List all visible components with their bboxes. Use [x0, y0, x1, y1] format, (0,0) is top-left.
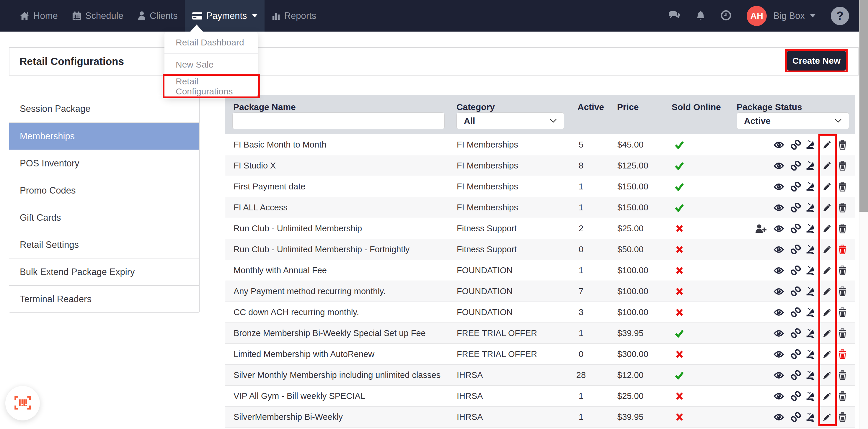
edit-pencil-icon[interactable]	[821, 365, 833, 386]
delete-trash-icon[interactable]	[836, 260, 848, 281]
copy-link-icon[interactable]	[789, 302, 802, 323]
print-label-icon[interactable]	[804, 134, 816, 155]
delete-trash-icon[interactable]	[836, 365, 848, 386]
sidebar-item-pos-inventory[interactable]: POS Inventory	[9, 150, 199, 177]
create-new-button[interactable]: Create New	[787, 51, 846, 70]
bell-icon[interactable]	[696, 10, 705, 22]
scrollbar-thumb[interactable]	[860, 0, 868, 212]
copy-link-icon[interactable]	[789, 365, 802, 386]
print-label-icon[interactable]	[804, 260, 816, 281]
print-label-icon[interactable]	[804, 197, 816, 218]
copy-link-icon[interactable]	[789, 197, 802, 218]
copy-link-icon[interactable]	[789, 260, 802, 281]
nav-item-reports[interactable]: Reports	[265, 0, 323, 32]
view-icon[interactable]	[773, 323, 785, 344]
copy-link-icon[interactable]	[789, 176, 802, 197]
view-icon[interactable]	[773, 344, 785, 365]
edit-pencil-icon[interactable]	[821, 218, 833, 239]
delete-trash-icon[interactable]	[836, 155, 848, 176]
delete-trash-icon[interactable]	[836, 176, 848, 197]
sidebar-item-memberships[interactable]: Memberships	[9, 123, 199, 150]
copy-link-icon[interactable]	[789, 134, 802, 155]
edit-pencil-icon[interactable]	[821, 281, 833, 302]
menu-item-retail-dashboard[interactable]: Retail Dashboard	[164, 32, 258, 54]
edit-pencil-icon[interactable]	[821, 323, 833, 344]
print-label-icon[interactable]	[804, 406, 816, 428]
print-label-icon[interactable]	[804, 176, 816, 197]
sidebar-item-session-package[interactable]: Session Package	[9, 95, 199, 123]
nav-item-home[interactable]: Home	[12, 0, 65, 32]
edit-pencil-icon[interactable]	[821, 406, 833, 428]
print-label-icon[interactable]	[804, 239, 816, 260]
delete-trash-icon[interactable]	[836, 344, 848, 365]
category-select[interactable]: All	[457, 112, 564, 129]
view-icon[interactable]	[773, 197, 785, 218]
view-icon[interactable]	[773, 218, 785, 239]
menu-item-retail-configurations[interactable]: Retail Configurations	[164, 75, 258, 97]
clock-icon[interactable]	[721, 10, 731, 22]
edit-pencil-icon[interactable]	[821, 197, 833, 218]
print-label-icon[interactable]	[804, 365, 816, 386]
add-user-icon[interactable]	[755, 218, 767, 239]
delete-trash-icon[interactable]	[836, 302, 848, 323]
copy-link-icon[interactable]	[789, 281, 802, 302]
edit-pencil-icon[interactable]	[821, 155, 833, 176]
view-icon[interactable]	[773, 406, 785, 428]
view-icon[interactable]	[773, 239, 785, 260]
nav-item-clients[interactable]: Clients	[130, 0, 185, 32]
delete-trash-icon[interactable]	[836, 386, 848, 406]
delete-trash-icon[interactable]	[836, 239, 848, 260]
view-icon[interactable]	[773, 365, 785, 386]
edit-pencil-icon[interactable]	[821, 386, 833, 406]
copy-link-icon[interactable]	[789, 218, 802, 239]
help-icon[interactable]: ?	[831, 7, 849, 25]
delete-trash-icon[interactable]	[836, 323, 848, 344]
sidebar-item-gift-cards[interactable]: Gift Cards	[9, 204, 199, 231]
print-label-icon[interactable]	[804, 218, 816, 239]
barcode-scan-button[interactable]	[5, 386, 40, 421]
view-icon[interactable]	[773, 281, 785, 302]
print-label-icon[interactable]	[804, 344, 816, 365]
edit-pencil-icon[interactable]	[821, 134, 833, 155]
print-label-icon[interactable]	[804, 155, 816, 176]
copy-link-icon[interactable]	[789, 155, 802, 176]
view-icon[interactable]	[773, 260, 785, 281]
delete-trash-icon[interactable]	[836, 134, 848, 155]
copy-link-icon[interactable]	[789, 386, 802, 406]
chat-icon[interactable]	[668, 10, 681, 22]
delete-trash-icon[interactable]	[836, 218, 848, 239]
sold-online-check-icon	[668, 197, 690, 218]
copy-link-icon[interactable]	[789, 406, 802, 428]
edit-pencil-icon[interactable]	[821, 176, 833, 197]
sidebar-item-bulk-extend-package-expiry[interactable]: Bulk Extend Package Expiry	[9, 258, 199, 285]
delete-trash-icon[interactable]	[836, 197, 848, 218]
print-label-icon[interactable]	[804, 302, 816, 323]
sidebar-item-promo-codes[interactable]: Promo Codes	[9, 177, 199, 204]
sidebar-item-terminal-readers[interactable]: Terminal Readers	[9, 285, 199, 312]
page-title: Retail Configurations	[20, 56, 124, 67]
edit-pencil-icon[interactable]	[821, 302, 833, 323]
view-icon[interactable]	[773, 302, 785, 323]
copy-link-icon[interactable]	[789, 239, 802, 260]
view-icon[interactable]	[773, 176, 785, 197]
sidebar-item-retail-settings[interactable]: Retail Settings	[9, 231, 199, 258]
package-status-select[interactable]: Active	[737, 112, 849, 129]
copy-link-icon[interactable]	[789, 323, 802, 344]
edit-pencil-icon[interactable]	[821, 239, 833, 260]
view-icon[interactable]	[773, 386, 785, 406]
copy-link-icon[interactable]	[789, 344, 802, 365]
print-label-icon[interactable]	[804, 323, 816, 344]
package-name-filter-input[interactable]	[232, 112, 445, 129]
print-label-icon[interactable]	[804, 386, 816, 406]
delete-trash-icon[interactable]	[836, 281, 848, 302]
view-icon[interactable]	[773, 155, 785, 176]
nav-item-schedule[interactable]: Schedule	[65, 0, 130, 32]
view-icon[interactable]	[773, 134, 785, 155]
delete-trash-icon[interactable]	[836, 406, 848, 428]
avatar[interactable]: AH	[747, 6, 767, 26]
account-menu[interactable]: Big Box	[773, 11, 815, 21]
menu-item-new-sale[interactable]: New Sale	[164, 54, 258, 75]
edit-pencil-icon[interactable]	[821, 260, 833, 281]
edit-pencil-icon[interactable]	[821, 344, 833, 365]
print-label-icon[interactable]	[804, 281, 816, 302]
